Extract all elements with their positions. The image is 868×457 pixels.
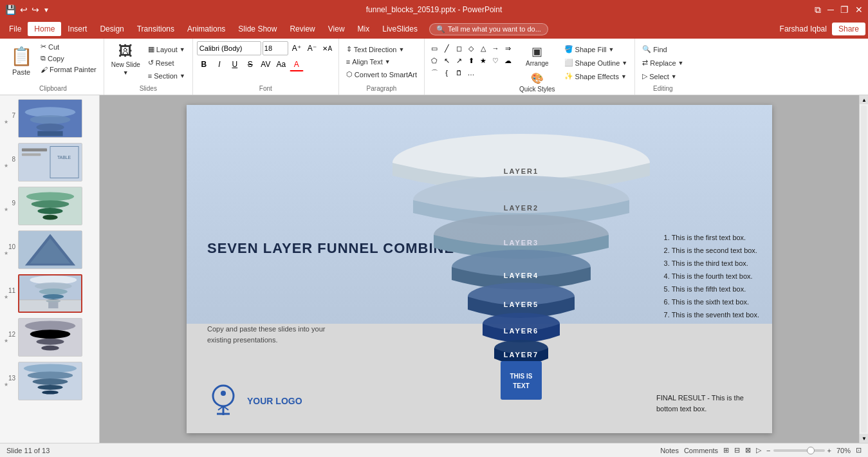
shape-outline-button[interactable]: ⬜ Shape Outline ▼ xyxy=(561,57,631,68)
font-color-button[interactable]: A xyxy=(290,57,304,71)
undo-icon[interactable]: ↩ xyxy=(20,5,28,15)
menu-mix[interactable]: Mix xyxy=(351,22,376,36)
normal-view-icon[interactable]: ⊞ xyxy=(723,446,729,454)
convert-smartart-button[interactable]: ⬡ Convert to SmartArt xyxy=(343,69,420,80)
slide-item-11[interactable]: 11 ★ xyxy=(3,273,97,314)
font-size-inc2-button[interactable]: Aa xyxy=(274,57,288,71)
comments-button[interactable]: Comments xyxy=(684,447,718,454)
shape-brace[interactable]: { xyxy=(441,67,452,79)
italic-button[interactable]: I xyxy=(212,57,226,71)
clear-format-button[interactable]: ✕A xyxy=(320,41,335,55)
shape-triangle[interactable]: △ xyxy=(477,42,489,54)
menu-transitions[interactable]: Transitions xyxy=(131,22,181,36)
slide-item-13[interactable]: 13 ★ xyxy=(3,360,97,402)
window-title: funnel_blocks_20519.pptx - PowerPoint xyxy=(366,5,502,14)
scroll-up-button[interactable]: ▲ xyxy=(860,95,868,104)
menu-file[interactable]: File xyxy=(3,22,28,36)
svg-point-38 xyxy=(42,391,58,395)
menu-home[interactable]: Home xyxy=(28,22,61,36)
reading-view-icon[interactable]: ⊠ xyxy=(745,446,751,454)
tell-me-search[interactable]: 🔍 Tell me what you want to do... xyxy=(429,23,548,35)
shape-heart[interactable]: ♡ xyxy=(490,55,501,66)
bold-button[interactable]: B xyxy=(197,57,211,71)
menu-insert[interactable]: Insert xyxy=(61,22,93,36)
cut-button[interactable]: ✂ Cut xyxy=(37,41,100,52)
select-button[interactable]: ▷ Select ▼ xyxy=(639,71,687,82)
slide-sorter-icon[interactable]: ⊟ xyxy=(734,446,740,454)
strikethrough-button[interactable]: S xyxy=(243,57,257,71)
save-icon[interactable]: 💾 xyxy=(5,5,16,15)
svg-text:LAYER1: LAYER1 xyxy=(504,167,539,175)
redo-icon[interactable]: ↪ xyxy=(32,5,39,15)
restore2-icon[interactable]: ⧉ xyxy=(815,5,821,15)
close-icon[interactable]: ✕ xyxy=(855,5,863,15)
fit-window-icon[interactable]: ⊡ xyxy=(856,446,862,454)
shape-arrow5[interactable]: ⬆ xyxy=(465,55,477,66)
slide-item-12[interactable]: 12 ★ xyxy=(3,317,97,358)
shape-rect2[interactable]: ◻ xyxy=(453,42,465,54)
align-text-button[interactable]: ≡ Align Text ▼ xyxy=(343,57,420,67)
replace-button[interactable]: ⇄ Replace ▼ xyxy=(639,57,687,68)
underline-button[interactable]: U xyxy=(228,57,242,71)
shape-line[interactable]: ╱ xyxy=(441,42,452,54)
char-spacing-button[interactable]: AV xyxy=(259,57,273,71)
arrange-button[interactable]: ▣ Arrange xyxy=(516,42,559,69)
menu-liveslides[interactable]: LiveSlides xyxy=(376,22,424,36)
menu-view[interactable]: View xyxy=(322,22,351,36)
paste-button[interactable]: 📋 Paste xyxy=(6,41,36,80)
find-button[interactable]: 🔍 Find xyxy=(639,44,687,55)
slide-item-9[interactable]: 9 ★ xyxy=(3,185,97,227)
zoom-out-button[interactable]: − xyxy=(766,447,770,454)
menu-design[interactable]: Design xyxy=(93,22,130,36)
shape-note[interactable]: 🗒 xyxy=(453,67,465,79)
section-button[interactable]: ≡ Section ▼ xyxy=(145,71,189,81)
svg-point-11 xyxy=(26,192,74,201)
shape-diamond[interactable]: ◇ xyxy=(465,42,477,54)
scroll-down-button[interactable]: ▼ xyxy=(860,434,868,443)
share-button[interactable]: Share xyxy=(832,23,865,35)
quick-styles-button[interactable]: 🎨 Quick Styles xyxy=(516,70,559,95)
slide-item-8[interactable]: 8 ★ TABLE xyxy=(3,142,97,183)
copy-button[interactable]: ⧉ Copy xyxy=(37,53,100,64)
increase-font-button[interactable]: A⁺ xyxy=(290,41,304,55)
shape-effects-button[interactable]: ✨ Shape Effects ▼ xyxy=(561,71,631,82)
new-slide-button[interactable]: 🖼 New Slide ▼ xyxy=(108,41,143,78)
reset-button[interactable]: ↺ Reset xyxy=(145,57,189,68)
shape-star[interactable]: ★ xyxy=(477,55,489,66)
shape-fill-button[interactable]: 🪣 Shape Fill ▼ xyxy=(561,44,631,55)
font-name-input[interactable] xyxy=(197,41,261,55)
menu-animations[interactable]: Animations xyxy=(181,22,232,36)
text-direction-button[interactable]: ⇕ Text Direction ▼ xyxy=(343,44,420,55)
menu-slideshow[interactable]: Slide Show xyxy=(232,22,283,36)
shape-rtarrow[interactable]: → xyxy=(490,42,501,54)
slide-item-7[interactable]: 7 ★ xyxy=(3,98,97,139)
shape-curve[interactable]: ⌒ xyxy=(429,67,440,79)
shape-more[interactable]: … xyxy=(465,67,477,79)
main-slide[interactable]: SEVEN LAYER FUNNEL COMBINE Copy and past… xyxy=(187,105,772,433)
decrease-font-button[interactable]: A⁻ xyxy=(305,41,319,55)
zoom-in-button[interactable]: + xyxy=(827,447,831,454)
notes-button[interactable]: Notes xyxy=(660,447,679,454)
shape-arrow3[interactable]: ↖ xyxy=(441,55,452,66)
svg-point-31 xyxy=(36,339,64,345)
menu-review[interactable]: Review xyxy=(283,22,321,36)
shape-arrow4[interactable]: ↗ xyxy=(453,55,465,66)
format-painter-button[interactable]: 🖌 Format Painter xyxy=(37,64,100,75)
layout-button[interactable]: ▦ Layout ▼ xyxy=(145,44,189,55)
slideshow-view-icon[interactable]: ▷ xyxy=(756,446,761,454)
svg-point-34 xyxy=(24,364,77,373)
shape-rtarrow2[interactable]: ⇒ xyxy=(502,42,513,54)
svg-point-37 xyxy=(37,385,62,390)
slide-thumbnail xyxy=(18,99,82,138)
shape-pentagon[interactable]: ⬠ xyxy=(429,55,440,66)
minimize-icon[interactable]: ─ xyxy=(827,5,834,15)
font-size-input[interactable] xyxy=(263,41,288,55)
customize-icon[interactable]: ▼ xyxy=(43,6,50,14)
shape-cloud[interactable]: ☁ xyxy=(502,55,513,66)
zoom-slider[interactable] xyxy=(773,449,825,452)
svg-text:LAYER2: LAYER2 xyxy=(504,204,539,212)
shape-rect[interactable]: ▭ xyxy=(429,42,440,54)
right-scrollbar[interactable]: ▲ ▼ xyxy=(859,95,868,443)
restore-icon[interactable]: ❐ xyxy=(840,5,849,15)
slide-item-10[interactable]: 10 ★ xyxy=(3,229,97,270)
